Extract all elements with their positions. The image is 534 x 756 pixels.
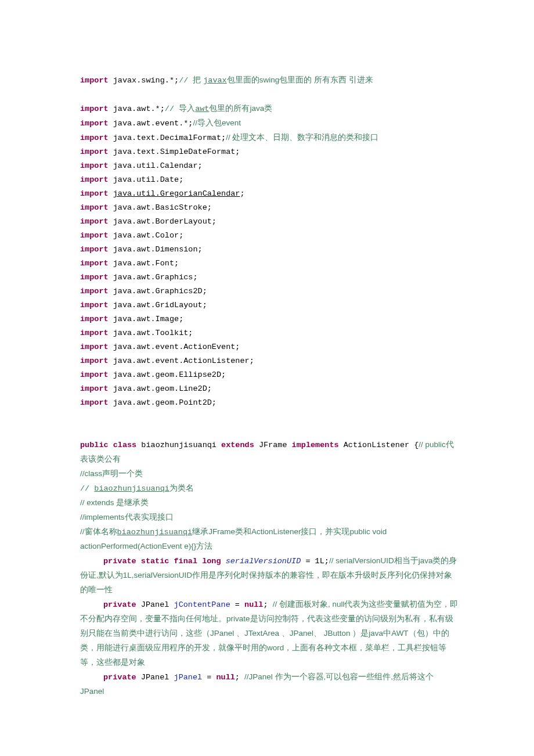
code-line: import java.util.Calendar; <box>80 159 459 173</box>
keyword: class <box>113 441 137 449</box>
comment: //窗体名称 <box>80 527 117 536</box>
class-declaration: public class biaozhunjisuanqi extends JF… <box>80 438 459 467</box>
code-text: java.awt.Image; <box>109 315 184 323</box>
keyword: null <box>216 673 234 682</box>
field-declaration: private JPanel jPanel = null; //JPanel 作… <box>80 670 459 699</box>
code-line: import java.awt.*;// 导入awt包里的所有java类 <box>80 102 459 116</box>
blank-line <box>80 88 459 102</box>
keyword: null <box>244 600 263 609</box>
keyword: import <box>80 370 109 379</box>
code-text: java.text.DecimalFormat; <box>109 134 226 142</box>
comment: 为类名 <box>169 484 194 492</box>
code-line: import java.awt.GridLayout; <box>80 298 459 312</box>
code-text: java.awt.*; <box>109 105 165 113</box>
code-text: java.awt.geom.Point2D; <box>109 398 217 407</box>
code-text: java.awt.Color; <box>109 231 184 240</box>
comment: // 创建面板对象, null代表为这些变量赋初值为空，即不分配内存空间，变量不… <box>80 600 458 667</box>
keyword: import <box>80 287 109 296</box>
keyword: import <box>80 259 109 268</box>
code-text: java.awt.geom.Ellipse2D; <box>109 370 226 379</box>
code-line: import java.awt.BasicStroke; <box>80 201 459 215</box>
comment: // <box>165 105 179 113</box>
link-text: java.util.GregorianCalendar <box>113 189 240 198</box>
field-declaration: private static final long serialVersionU… <box>80 554 459 597</box>
comment: // extends 是继承类 <box>80 498 149 507</box>
comment-line: // extends 是继承类 <box>80 496 459 510</box>
comment-line: //class声明一个类 <box>80 467 459 481</box>
keyword: import <box>80 301 109 309</box>
comment: 包里面的swing包里面的 所有东西 引进来 <box>227 75 373 84</box>
comment: // <box>80 484 94 493</box>
keyword: import <box>80 134 109 142</box>
link-text: biaozhunjisuanqi <box>94 484 169 493</box>
blank-line <box>80 424 459 438</box>
code-line: import java.awt.event.ActionEvent; <box>80 340 459 354</box>
keyword: import <box>80 245 109 254</box>
code-text: javax.swing.*; <box>109 76 179 85</box>
code-text <box>221 557 226 566</box>
code-line: import java.awt.Graphics2D; <box>80 285 459 298</box>
code-text: JFrame <box>254 441 292 449</box>
comment: 导入 <box>179 104 195 113</box>
code-text: java.awt.Toolkit; <box>109 329 193 337</box>
keyword: private static final long <box>103 557 221 566</box>
keyword: extends <box>221 441 254 449</box>
keyword: import <box>80 343 109 351</box>
code-text: java.awt.GridLayout; <box>109 301 207 309</box>
code-text: ; <box>240 189 244 198</box>
code-text: java.awt.Dimension; <box>109 245 203 254</box>
comment: // 处理文本、日期、数字和消息的类和接口 <box>226 133 378 142</box>
code-text: java.awt.BasicStroke; <box>109 203 212 212</box>
code-line: import java.text.DecimalFormat;// 处理文本、日… <box>80 131 459 145</box>
code-line: import java.awt.event.*;//导入包event <box>80 116 459 131</box>
code-line: import java.awt.event.ActionListener; <box>80 354 459 368</box>
code-line: import java.util.GregorianCalendar; <box>80 187 459 201</box>
keyword: implements <box>292 441 339 449</box>
comment: //implements代表实现接口 <box>80 513 174 521</box>
keyword: import <box>80 161 109 170</box>
keyword: import <box>80 147 109 156</box>
keyword: import <box>80 203 109 212</box>
field-declaration: private JPanel jContentPane = null; // 创… <box>80 597 459 670</box>
code-text: ; <box>235 673 244 682</box>
code-text: biaozhunjisuanqi <box>136 441 221 449</box>
code-text: java.util.Date; <box>109 175 184 184</box>
code-text: JPanel <box>136 600 174 609</box>
code-text: ; <box>263 600 272 609</box>
code-line: import java.awt.Graphics; <box>80 271 459 285</box>
code-text: java.util.Calendar; <box>109 161 203 170</box>
code-text: java.awt.Graphics2D; <box>109 287 207 296</box>
keyword: import <box>80 175 109 184</box>
link-text: biaozhunjisuanqi <box>117 528 193 537</box>
code-text: ActionListener { <box>339 441 419 449</box>
code-line: import java.awt.geom.Ellipse2D; <box>80 368 459 382</box>
code-line: import java.util.Date; <box>80 173 459 187</box>
keyword: import <box>80 105 109 113</box>
code-text: java.awt.Graphics; <box>109 273 198 282</box>
link-text: javax <box>203 76 227 85</box>
keyword: public <box>80 441 109 449</box>
code-line: import java.awt.Dimension; <box>80 243 459 257</box>
code-text: java.awt.BorderLayout; <box>109 217 217 226</box>
code-line: import java.awt.Color; <box>80 229 459 243</box>
keyword: import <box>80 398 109 407</box>
field-name: jPanel <box>174 673 203 682</box>
code-text <box>109 189 113 198</box>
comment: //class声明一个类 <box>80 469 143 478</box>
comment: 把 <box>193 75 203 84</box>
field-name: serialVersionUID <box>226 557 301 566</box>
code-text: = <box>202 673 216 682</box>
code-document: import javax.swing.*;// 把 javax包里面的swing… <box>0 0 534 756</box>
keyword: import <box>80 357 109 365</box>
code-text: java.text.SimpleDateFormat; <box>109 147 240 156</box>
comment: // <box>179 76 193 85</box>
keyword: import <box>80 217 109 226</box>
keyword: private <box>103 673 136 682</box>
code-line: import java.awt.Font; <box>80 257 459 271</box>
keyword: import <box>80 119 109 128</box>
link-text: awt <box>195 105 209 113</box>
code-text: java.awt.event.*; <box>109 119 193 128</box>
code-line: import java.text.SimpleDateFormat; <box>80 145 459 159</box>
comment-line: // biaozhunjisuanqi为类名 <box>80 481 459 496</box>
code-text: = <box>230 600 244 609</box>
